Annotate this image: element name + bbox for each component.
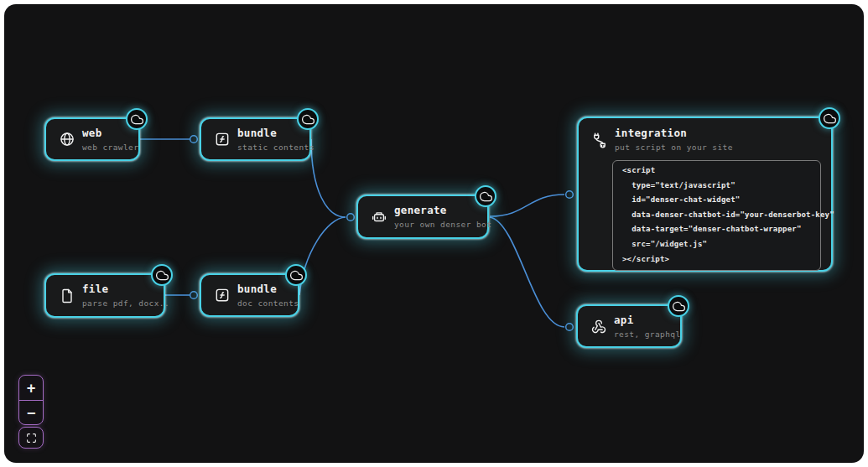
cloud-icon bbox=[302, 113, 314, 126]
node-integration[interactable]: integrationput script on your site<scrip… bbox=[577, 117, 833, 272]
cloud-badge bbox=[668, 295, 689, 317]
node-web[interactable]: webweb crawler bbox=[44, 117, 140, 161]
edge-target-handle[interactable] bbox=[190, 136, 198, 143]
code-line: ></script> bbox=[622, 252, 812, 267]
cloud-badge bbox=[151, 264, 173, 286]
node-subtitle: static contents bbox=[237, 143, 314, 152]
node-api[interactable]: apirest, graphql bbox=[576, 304, 682, 348]
node-text: bundledoc contents bbox=[237, 283, 299, 308]
node-subtitle: web crawler bbox=[82, 143, 138, 152]
node-title: generate bbox=[394, 205, 491, 216]
node-title: api bbox=[614, 314, 681, 326]
cloud-icon bbox=[131, 113, 143, 126]
node-bundle-static[interactable]: bundlestatic contents bbox=[200, 117, 311, 161]
fullscreen-button[interactable] bbox=[19, 428, 43, 448]
node-header: webweb crawler bbox=[59, 127, 127, 152]
edge-target-handle[interactable] bbox=[190, 292, 198, 299]
node-text: apirest, graphql bbox=[614, 314, 681, 339]
plug-icon bbox=[591, 132, 608, 148]
code-line: <script bbox=[622, 163, 812, 179]
cloud-badge bbox=[285, 264, 307, 286]
zoom-out-button[interactable]: − bbox=[19, 400, 43, 424]
node-text: fileparse pdf, docx.. bbox=[82, 283, 169, 308]
node-title: bundle bbox=[237, 283, 299, 295]
node-text: integrationput script on your site bbox=[615, 127, 733, 152]
fullscreen-control-group bbox=[18, 427, 44, 449]
node-header: apirest, graphql bbox=[590, 314, 668, 339]
flow-canvas[interactable]: webweb crawlerbundlestatic contentsfilep… bbox=[4, 4, 864, 463]
cloud-icon bbox=[824, 112, 836, 125]
node-text: generateyour own denser bot bbox=[394, 205, 491, 229]
node-subtitle: rest, graphql bbox=[614, 329, 681, 339]
cloud-badge bbox=[297, 108, 319, 130]
edge-target-handle[interactable] bbox=[566, 191, 574, 199]
node-header: integrationput script on your site bbox=[591, 127, 819, 152]
cloud-icon bbox=[480, 190, 492, 203]
embed-code-block: <script type="text/javascript" id="dense… bbox=[612, 160, 821, 271]
code-line: data-target="denser-chatbot-wrapper" bbox=[622, 222, 812, 237]
canvas-controls: +− bbox=[18, 375, 44, 449]
node-subtitle: doc contents bbox=[237, 298, 299, 308]
node-generate[interactable]: generateyour own denser bot bbox=[356, 195, 489, 239]
node-header: generateyour own denser bot bbox=[371, 205, 476, 229]
node-title: file bbox=[82, 283, 169, 295]
node-file[interactable]: fileparse pdf, docx.. bbox=[44, 273, 165, 318]
cloud-icon bbox=[156, 269, 169, 282]
edge-bundle-static-to-generate bbox=[311, 139, 346, 217]
zoom-in-button[interactable]: + bbox=[19, 376, 43, 400]
edge-generate-to-integration bbox=[490, 195, 564, 216]
cloud-badge bbox=[819, 107, 840, 129]
zoom-controls-group: +− bbox=[18, 375, 44, 425]
cloud-icon bbox=[290, 269, 303, 282]
webhook-icon bbox=[590, 318, 607, 335]
node-title: integration bbox=[615, 127, 733, 139]
cloud-badge bbox=[126, 108, 148, 130]
node-subtitle: your own denser bot bbox=[394, 220, 491, 229]
node-header: bundledoc contents bbox=[214, 283, 286, 308]
node-subtitle: put script on your site bbox=[615, 143, 733, 152]
code-line: type="text/javascript" bbox=[622, 179, 812, 194]
node-header: fileparse pdf, docx.. bbox=[59, 283, 152, 308]
code-line: src="/widget.js" bbox=[622, 237, 812, 252]
edge-generate-to-api bbox=[490, 217, 564, 327]
flow-stage: webweb crawlerbundlestatic contentsfilep… bbox=[4, 4, 864, 463]
file-icon bbox=[59, 288, 75, 304]
function-icon bbox=[214, 131, 231, 148]
cloud-icon bbox=[673, 300, 685, 313]
node-text: bundlestatic contents bbox=[237, 127, 314, 152]
node-header: bundlestatic contents bbox=[214, 127, 298, 152]
node-subtitle: parse pdf, docx.. bbox=[82, 298, 169, 308]
code-line: data-denser-chatbot-id="your-denserbot-k… bbox=[622, 208, 812, 223]
node-text: webweb crawler bbox=[82, 127, 138, 152]
maximize-icon bbox=[26, 433, 37, 444]
edge-bundle-doc-to-generate bbox=[299, 217, 346, 295]
globe-icon bbox=[59, 131, 75, 148]
node-bundle-doc[interactable]: bundledoc contents bbox=[200, 273, 299, 317]
function-icon bbox=[214, 287, 231, 304]
cloud-badge bbox=[475, 185, 496, 207]
code-line: id="denser-chat-widget" bbox=[622, 193, 812, 208]
edge-target-handle[interactable] bbox=[347, 214, 355, 221]
robot-icon bbox=[371, 209, 387, 226]
node-title: web bbox=[82, 127, 138, 139]
edge-target-handle[interactable] bbox=[566, 324, 574, 331]
